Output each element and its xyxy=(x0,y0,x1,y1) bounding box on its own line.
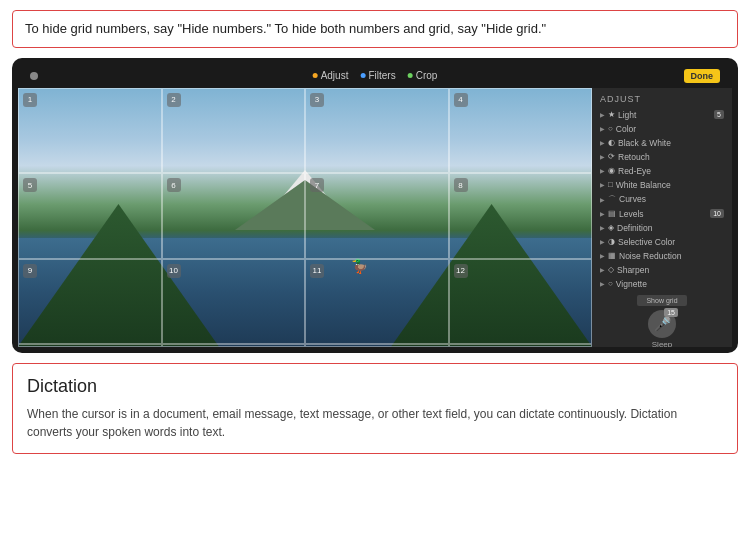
grid-cell-2: 2 xyxy=(162,88,306,174)
adjust-item-color[interactable]: ○ Color xyxy=(596,122,728,136)
grid-cell-16 xyxy=(449,344,593,346)
crop-dot xyxy=(408,73,413,78)
vignette-icon: ○ xyxy=(608,279,613,288)
grid-cell-9: 9 xyxy=(18,259,162,345)
curves-icon: ⌒ xyxy=(608,194,616,205)
adjust-item-curves[interactable]: ⌒ Curves xyxy=(596,192,728,207)
grid-num-7: 7 xyxy=(310,178,324,192)
redeye-label: Red-Eye xyxy=(618,166,651,176)
show-grid-button[interactable]: Show grid xyxy=(637,295,687,306)
adjust-item-bw[interactable]: ◐ Black & White xyxy=(596,136,728,150)
color-label: Color xyxy=(616,124,636,134)
mac-toolbar: Adjust Filters Crop xyxy=(313,70,438,81)
toolbar-crop[interactable]: Crop xyxy=(408,70,438,81)
selective-icon: ◑ xyxy=(608,237,615,246)
bw-icon: ◐ xyxy=(608,138,615,147)
sleep-area: 🎤 15 Sleep xyxy=(596,310,728,347)
grid-num-10: 10 xyxy=(167,264,181,278)
grid-num-3: 3 xyxy=(310,93,324,107)
grid-cell-11: 11 xyxy=(305,259,449,345)
adjust-item-light[interactable]: ★ Light 5 xyxy=(596,108,728,122)
grid-cell-7: 7 xyxy=(305,173,449,259)
vignette-label: Vignette xyxy=(616,279,647,289)
instruction-text: To hide grid numbers, say "Hide numbers.… xyxy=(25,21,546,36)
wb-label: White Balance xyxy=(616,180,671,190)
sharpen-icon: ◇ xyxy=(608,265,614,274)
mac-screenshot: Adjust Filters Crop Done xyxy=(12,58,738,353)
definition-icon: ◈ xyxy=(608,223,614,232)
grid-cell-3: 3 xyxy=(305,88,449,174)
adjust-item-wb[interactable]: □ White Balance xyxy=(596,178,728,192)
light-icon: ★ xyxy=(608,110,615,119)
dictation-title: Dictation xyxy=(27,376,723,397)
grid-cell-14: 14 xyxy=(162,344,306,346)
adjust-title: ADJUST xyxy=(596,94,728,104)
filters-dot xyxy=(360,73,365,78)
mac-titlebar: Adjust Filters Crop Done xyxy=(18,64,732,88)
grid-cell-1: 1 xyxy=(18,88,162,174)
grid-cell-15 xyxy=(305,344,449,346)
mac-content: 🦆 1 2 3 4 5 6 7 8 9 10 11 12 13 14 xyxy=(18,88,732,347)
retouch-label: Retouch xyxy=(618,152,650,162)
grid-overlay: 1 2 3 4 5 6 7 8 9 10 11 12 13 14 xyxy=(18,88,592,347)
grid-cell-13: 13 xyxy=(18,344,162,346)
light-badge: 5 xyxy=(714,110,724,119)
grid-num-1: 1 xyxy=(23,93,37,107)
noise-icon: ▦ xyxy=(608,251,616,260)
photo-area: 🦆 1 2 3 4 5 6 7 8 9 10 11 12 13 14 xyxy=(18,88,592,347)
grid-cell-10: 10 xyxy=(162,259,306,345)
grid-cell-12: 12 xyxy=(449,259,593,345)
definition-label: Definition xyxy=(617,223,652,233)
grid-num-12: 12 xyxy=(454,264,468,278)
adjust-item-sharpen[interactable]: ◇ Sharpen xyxy=(596,263,728,277)
instruction-box: To hide grid numbers, say "Hide numbers.… xyxy=(12,10,738,48)
mic-badge: 15 xyxy=(664,308,678,317)
toolbar-filters[interactable]: Filters xyxy=(360,70,395,81)
color-icon: ○ xyxy=(608,124,613,133)
adjust-panel: ADJUST ★ Light 5 ○ Color ◐ Black & White… xyxy=(592,88,732,347)
grid-num-9: 9 xyxy=(23,264,37,278)
grid-cell-6: 6 xyxy=(162,173,306,259)
sharpen-label: Sharpen xyxy=(617,265,649,275)
page-container: To hide grid numbers, say "Hide numbers.… xyxy=(0,0,750,533)
crop-label: Crop xyxy=(416,70,438,81)
dictation-description: When the cursor is in a document, email … xyxy=(27,405,723,441)
adjust-item-selective[interactable]: ◑ Selective Color xyxy=(596,235,728,249)
done-button[interactable]: Done xyxy=(684,69,721,83)
levels-label: Levels xyxy=(619,209,644,219)
adjust-item-retouch[interactable]: ⟳ Retouch xyxy=(596,150,728,164)
grid-cell-5: 5 xyxy=(18,173,162,259)
adjust-item-levels[interactable]: ▤ Levels 10 xyxy=(596,207,728,221)
noise-label: Noise Reduction xyxy=(619,251,681,261)
selective-label: Selective Color xyxy=(618,237,675,247)
levels-badge: 10 xyxy=(710,209,724,218)
dictation-box: Dictation When the cursor is in a docume… xyxy=(12,363,738,454)
adjust-item-definition[interactable]: ◈ Definition xyxy=(596,221,728,235)
grid-num-6: 6 xyxy=(167,178,181,192)
redeye-icon: ◉ xyxy=(608,166,615,175)
grid-cell-8: 8 xyxy=(449,173,593,259)
bw-label: Black & White xyxy=(618,138,671,148)
sleep-label: Sleep xyxy=(652,340,672,347)
filters-label: Filters xyxy=(368,70,395,81)
wb-icon: □ xyxy=(608,180,613,189)
grid-num-5: 5 xyxy=(23,178,37,192)
adjust-dot xyxy=(313,73,318,78)
levels-icon: ▤ xyxy=(608,209,616,218)
retouch-icon: ⟳ xyxy=(608,152,615,161)
adjust-item-noise[interactable]: ▦ Noise Reduction xyxy=(596,249,728,263)
adjust-item-redeye[interactable]: ◉ Red-Eye xyxy=(596,164,728,178)
adjust-label: Adjust xyxy=(321,70,349,81)
mac-dot xyxy=(30,72,38,80)
grid-cell-4: 4 xyxy=(449,88,593,174)
grid-num-8: 8 xyxy=(454,178,468,192)
microphone-icon[interactable]: 🎤 15 xyxy=(648,310,676,338)
adjust-item-vignette[interactable]: ○ Vignette xyxy=(596,277,728,291)
light-label: Light xyxy=(618,110,636,120)
toolbar-adjust[interactable]: Adjust xyxy=(313,70,349,81)
curves-label: Curves xyxy=(619,194,646,204)
grid-num-4: 4 xyxy=(454,93,468,107)
grid-num-11: 11 xyxy=(310,264,324,278)
grid-num-2: 2 xyxy=(167,93,181,107)
